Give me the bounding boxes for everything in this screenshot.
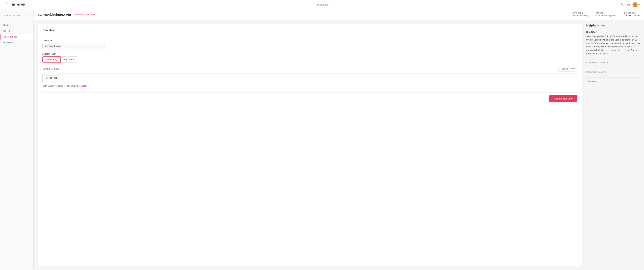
- ip-label: IP ADDRESS: [624, 12, 640, 14]
- hint-section-title-sftp[interactable]: Connecting via SFTP: [586, 61, 640, 64]
- ssh-keys-container: Alex's Mac: [42, 73, 578, 83]
- ssh-keys-group: Select SSH Keys Add SSH Key Alex's Mac E…: [42, 66, 578, 87]
- ip-value: 104.248.122.228: [624, 14, 640, 17]
- hint-section-site-user: Site User Sites deployed via SpinupWP ar…: [586, 31, 640, 58]
- update-site-user-button[interactable]: Update Site User: [549, 95, 578, 102]
- search-button[interactable]: [621, 3, 624, 6]
- site-header: acmepublishing.com View Site View Admin …: [34, 9, 644, 20]
- nav-right: Alex ▾: [621, 2, 640, 7]
- chevron-down-icon: ▾: [639, 4, 640, 5]
- sidebar: Back to Server Settings HTTPS SFTP & SSH…: [0, 9, 34, 270]
- hints-panel: Helpful Hints Site User Sites deployed v…: [586, 24, 640, 266]
- username-label: Username: [42, 39, 578, 41]
- hint-section-sftp: Connecting via SFTP: [586, 61, 640, 68]
- server-value: acmepublishing.com: [596, 14, 616, 17]
- user-avatar: [632, 2, 638, 7]
- svg-point-4: [634, 3, 636, 5]
- site-header-left: acmepublishing.com View Site View Admin: [38, 12, 96, 16]
- svg-rect-0: [4, 2, 10, 8]
- ssh-keys-header: Select SSH Keys Add SSH Key: [42, 66, 578, 71]
- back-to-server-link[interactable]: Back to Server: [0, 13, 33, 18]
- ssh-key-item[interactable]: Alex's Mac: [44, 75, 59, 80]
- auth-tab-password[interactable]: Password: [60, 56, 77, 63]
- card-title: Site User: [42, 29, 578, 35]
- ssh-keys-note: Each SSH key is saved to your account. M…: [42, 85, 578, 87]
- manage-ssh-keys-link[interactable]: Manage: [79, 85, 86, 87]
- username-input[interactable]: [42, 43, 106, 49]
- hint-section-title-ssh-keys[interactable]: SSH Keys: [586, 80, 640, 83]
- sidebar-item-sftp-ssh[interactable]: SFTP & SSH: [0, 34, 33, 40]
- site-title: acmepublishing.com: [38, 12, 71, 16]
- top-nav: SpinupWP Dashboard Alex ▾: [0, 0, 644, 9]
- ssh-keys-label: Select SSH Keys: [42, 67, 59, 70]
- user-menu[interactable]: Alex ▾: [626, 2, 640, 7]
- sidebar-item-https[interactable]: HTTPS: [0, 28, 33, 34]
- meta-server: SERVER acmepublishing.com: [596, 12, 616, 17]
- site-user-label: SITE USER: [572, 12, 588, 14]
- main-content: acmepublishing.com View Site View Admin …: [34, 9, 644, 270]
- meta-site-user: SITE USER acmepublishing: [572, 12, 588, 17]
- update-btn-row: Update Site User: [42, 92, 578, 102]
- logo-text: SpinupWP: [12, 3, 25, 6]
- view-admin-link[interactable]: View Admin: [85, 13, 96, 16]
- meta-ip: IP ADDRESS 104.248.122.228: [624, 12, 640, 17]
- site-users-link[interactable]: site users.: [598, 52, 608, 55]
- nav-dashboard[interactable]: Dashboard: [317, 3, 329, 6]
- server-label: SERVER: [596, 12, 616, 14]
- sidebar-item-settings[interactable]: Settings: [0, 22, 33, 28]
- site-header-right: SITE USER acmepublishing SERVER acmepubl…: [572, 12, 640, 17]
- content-area: Site User Username Authentication Public…: [34, 20, 644, 270]
- hint-section-title-ssh[interactable]: Connecting via SSH: [586, 71, 640, 73]
- hint-section-ssh: Connecting via SSH: [586, 71, 640, 77]
- svg-line-2: [623, 5, 624, 5]
- site-links: View Site View Admin: [74, 13, 96, 16]
- user-name: Alex: [626, 3, 631, 6]
- auth-group: Authentication Public Key Password: [42, 53, 578, 63]
- add-ssh-key-button[interactable]: Add SSH Key: [558, 66, 578, 71]
- view-site-link[interactable]: View Site: [74, 13, 83, 16]
- auth-tab-public-key[interactable]: Public Key: [42, 56, 60, 63]
- hint-body-site-user: Sites deployed via SpinupWP are owned by…: [586, 35, 640, 56]
- site-user-value: acmepublishing: [572, 14, 588, 17]
- sidebar-divider: [0, 20, 33, 20]
- hint-section-title-site-user[interactable]: Site User: [586, 31, 640, 33]
- hints-title: Helpful Hints: [586, 24, 640, 27]
- site-user-card: Site User Username Authentication Public…: [38, 24, 582, 266]
- hint-section-ssh-keys: SSH Keys: [586, 80, 640, 87]
- sidebar-item-backups[interactable]: Backups: [0, 40, 33, 45]
- auth-tabs: Public Key Password: [42, 56, 578, 63]
- logo[interactable]: SpinupWP: [4, 2, 25, 8]
- username-group: Username: [42, 39, 578, 49]
- layout: Back to Server Settings HTTPS SFTP & SSH…: [0, 9, 644, 270]
- auth-label: Authentication: [42, 53, 578, 55]
